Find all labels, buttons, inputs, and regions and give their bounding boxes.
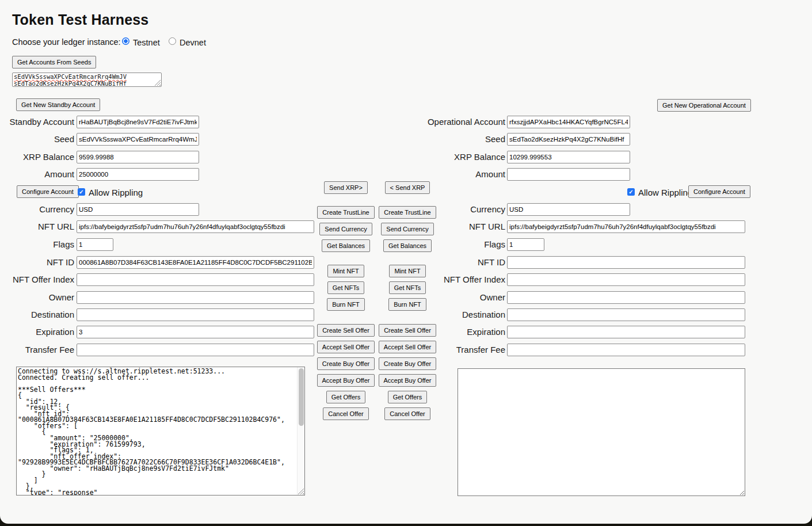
get-new-operational-account-button[interactable]: Get New Operational Account xyxy=(657,99,751,112)
operational-send-currency-button[interactable]: Send Currency xyxy=(381,223,433,235)
operational-accept-buy-offer-button[interactable]: Accept Buy Offer xyxy=(379,374,437,387)
standby-create-sell-offer-button[interactable]: Create Sell Offer xyxy=(317,324,375,337)
standby-amount-input[interactable] xyxy=(77,168,199,181)
operational-get-balances-button[interactable]: Get Balances xyxy=(383,239,432,252)
operational-currency-input[interactable] xyxy=(507,203,630,216)
operational-transfer-fee-input[interactable] xyxy=(507,344,745,356)
standby-nft-id-label: NFT ID xyxy=(0,256,74,269)
standby-burn-nft-button[interactable]: Burn NFT xyxy=(327,298,365,311)
get-accounts-from-seeds-button[interactable]: Get Accounts From Seeds xyxy=(12,56,96,68)
standby-actions-column: Send XRP> Create TrustLine Send Currency… xyxy=(311,181,380,420)
operational-get-offers-button[interactable]: Get Offers xyxy=(388,391,428,403)
devnet-radio-label[interactable]: Devnet xyxy=(180,38,206,47)
operational-flags-input[interactable] xyxy=(507,238,544,251)
standby-accept-sell-offer-button[interactable]: Accept Sell Offer xyxy=(317,341,375,353)
standby-nft-offer-index-input[interactable] xyxy=(77,273,314,286)
operational-cancel-offer-button[interactable]: Cancel Offer xyxy=(384,407,430,420)
get-new-standby-account-button[interactable]: Get New Standby Account xyxy=(16,98,100,111)
standby-get-balances-button[interactable]: Get Balances xyxy=(322,239,370,252)
operational-create-trustline-button[interactable]: Create TrustLine xyxy=(379,206,436,219)
standby-results-scrollbar[interactable] xyxy=(297,367,304,495)
standby-results-text: Connecting to wss://s.altnet.rippletest.… xyxy=(17,367,297,495)
standby-create-buy-offer-button[interactable]: Create Buy Offer xyxy=(317,357,375,370)
operational-xrp-balance-label: XRP Balance xyxy=(397,151,505,163)
operational-nft-url-input[interactable] xyxy=(507,220,745,233)
operational-burn-nft-button[interactable]: Burn NFT xyxy=(388,298,426,311)
ledger-instance-label: Choose your ledger instance: xyxy=(12,37,121,47)
operational-get-nfts-button[interactable]: Get NFTs xyxy=(389,281,426,294)
standby-transfer-fee-input[interactable] xyxy=(77,344,314,356)
operational-configure-account-button[interactable]: Configure Account xyxy=(688,185,750,198)
standby-currency-input[interactable] xyxy=(77,203,199,216)
standby-account-input[interactable] xyxy=(77,116,199,128)
standby-allow-rippling-label: Allow Rippling xyxy=(89,188,143,197)
operational-allow-rippling-checkbox[interactable] xyxy=(627,188,635,196)
standby-flags-input[interactable] xyxy=(77,238,113,251)
standby-nft-id-input[interactable] xyxy=(77,256,314,269)
page: Token Test Harness Choose your ledger in… xyxy=(0,0,812,524)
standby-seed-label: Seed xyxy=(0,133,74,146)
testnet-radio-label[interactable]: Testnet xyxy=(133,38,160,47)
operational-owner-input[interactable] xyxy=(507,291,745,304)
operational-create-buy-offer-button[interactable]: Create Buy Offer xyxy=(379,357,436,370)
operational-destination-input[interactable] xyxy=(507,308,745,321)
standby-xrp-balance-label: XRP Balance xyxy=(0,151,74,163)
operational-mint-nft-button[interactable]: Mint NFT xyxy=(389,265,425,277)
standby-results-textarea[interactable]: Connecting to wss://s.altnet.rippletest.… xyxy=(16,367,305,495)
standby-xrp-balance-input[interactable] xyxy=(77,151,199,163)
standby-seed-input[interactable] xyxy=(77,133,199,146)
standby-create-trustline-button[interactable]: Create TrustLine xyxy=(317,206,374,219)
standby-results-scrollbar-thumb[interactable] xyxy=(299,368,304,426)
operational-xrp-balance-input[interactable] xyxy=(507,151,630,163)
standby-owner-input[interactable] xyxy=(77,291,314,304)
standby-cancel-offer-button[interactable]: Cancel Offer xyxy=(323,407,369,420)
devnet-radio[interactable] xyxy=(169,37,176,45)
standby-nft-url-label: NFT URL xyxy=(0,220,74,233)
standby-send-xrp-button[interactable]: Send XRP> xyxy=(324,181,368,194)
standby-nft-url-input[interactable] xyxy=(77,220,314,233)
operational-expiration-input[interactable] xyxy=(507,326,745,338)
operational-amount-label: Amount xyxy=(397,168,505,181)
operational-allow-rippling-label: Allow Rippling xyxy=(638,188,692,197)
operational-account-label: Operational Account xyxy=(397,116,505,128)
standby-mint-nft-button[interactable]: Mint NFT xyxy=(327,265,364,277)
standby-configure-account-button[interactable]: Configure Account xyxy=(17,185,79,198)
standby-destination-label: Destination xyxy=(0,308,74,321)
standby-get-offers-button[interactable]: Get Offers xyxy=(326,391,366,403)
standby-owner-label: Owner xyxy=(0,291,74,304)
standby-get-nfts-button[interactable]: Get NFTs xyxy=(327,281,364,294)
standby-transfer-fee-label: Transfer Fee xyxy=(0,344,74,356)
standby-currency-label: Currency xyxy=(0,203,74,216)
standby-expiration-input[interactable] xyxy=(77,326,314,338)
standby-amount-label: Amount xyxy=(0,168,74,181)
operational-actions-column: < Send XRP Create TrustLine Send Currenc… xyxy=(373,181,442,420)
standby-accept-buy-offer-button[interactable]: Accept Buy Offer xyxy=(317,374,375,387)
standby-expiration-label: Expiration xyxy=(0,326,74,338)
standby-account-label: Standby Account xyxy=(0,116,74,128)
page-title: Token Test Harness xyxy=(12,12,148,28)
operational-nft-offer-index-input[interactable] xyxy=(507,273,745,286)
operational-amount-input[interactable] xyxy=(507,168,630,181)
operational-nft-id-input[interactable] xyxy=(507,256,745,269)
standby-destination-input[interactable] xyxy=(77,308,314,321)
operational-accept-sell-offer-button[interactable]: Accept Sell Offer xyxy=(379,341,436,353)
operational-seed-input[interactable] xyxy=(507,133,630,146)
standby-allow-rippling-checkbox[interactable] xyxy=(78,188,85,196)
operational-create-sell-offer-button[interactable]: Create Sell Offer xyxy=(379,324,436,337)
standby-nft-offer-index-label: NFT Offer Index xyxy=(0,273,74,286)
seeds-text: sEdVVkSsswaXPCvEatRmcarRrq4WmJV sEdTao2d… xyxy=(13,73,161,87)
standby-flags-label: Flags xyxy=(0,238,74,251)
operational-account-input[interactable] xyxy=(507,116,630,128)
standby-send-currency-button[interactable]: Send Currency xyxy=(319,223,372,235)
operational-seed-label: Seed xyxy=(397,133,505,146)
testnet-radio[interactable] xyxy=(122,37,129,45)
seeds-textarea[interactable]: sEdVVkSsswaXPCvEatRmcarRrq4WmJV sEdTao2d… xyxy=(12,73,162,87)
operational-send-xrp-button[interactable]: < Send XRP xyxy=(385,181,430,194)
operational-results-textarea[interactable] xyxy=(458,368,745,496)
